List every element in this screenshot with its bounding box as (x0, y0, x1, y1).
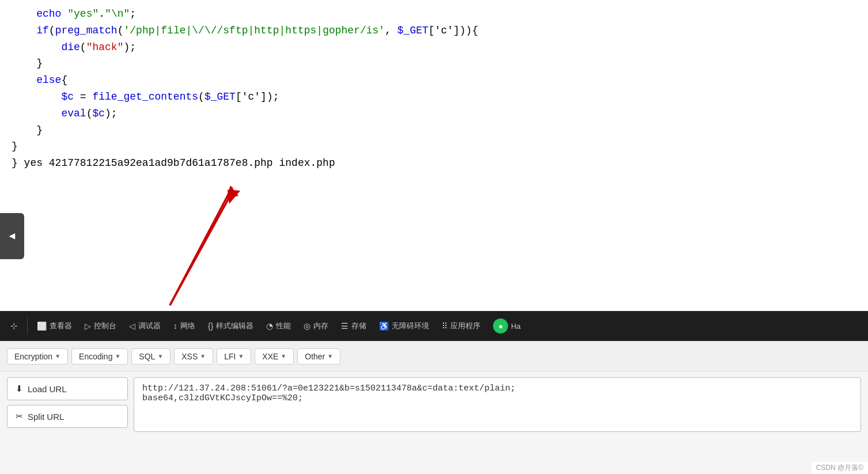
devtools-style-editor-button[interactable]: {}样式编辑器 (202, 317, 259, 335)
sql-menu[interactable]: SQL▼ (131, 348, 170, 365)
encryption-menu[interactable]: Encryption▼ (7, 348, 68, 365)
storage-icon: ☰ (341, 321, 348, 331)
devtools-performance-button[interactable]: ◔性能 (260, 317, 297, 335)
toolbar-separator (27, 317, 28, 335)
svg-marker-3 (226, 185, 238, 199)
url-input[interactable]: http://121.37.24.208:51061/?a=0e123221&b… (134, 377, 861, 432)
xss-menu-label: XSS (181, 352, 198, 361)
code-line: else{ (12, 72, 856, 89)
lfi-menu-label: LFI (224, 352, 236, 361)
split-url-button[interactable]: ✂ Split URL (7, 405, 128, 428)
lfi-menu[interactable]: LFI▼ (217, 348, 251, 365)
style-editor-icon: {} (208, 321, 213, 331)
encryption-menu-label: Encryption (14, 352, 52, 361)
devtools-inspector-button[interactable]: ⬜查看器 (31, 317, 78, 335)
selector-tool[interactable]: ⊹ (5, 317, 24, 335)
memory-icon: ◎ (304, 321, 310, 331)
console-icon: ▷ (85, 321, 91, 331)
devtools-label: 样式编辑器 (216, 321, 253, 331)
devtools-debugger-button[interactable]: ◁调试器 (123, 317, 166, 335)
code-line: } (12, 122, 856, 139)
devtools-label: Ha (511, 322, 521, 331)
devtools-network-button[interactable]: ↕网络 (168, 317, 201, 335)
hackbar-menu-row: Encryption▼Encoding▼SQL▼XSS▼LFI▼XXE▼Othe… (0, 342, 868, 371)
performance-icon: ◔ (266, 321, 273, 331)
load-url-button[interactable]: ⬇ Load URL (7, 377, 128, 400)
devtools-console-button[interactable]: ▷控制台 (79, 317, 122, 335)
network-icon: ↕ (173, 321, 177, 331)
devtools-label: 调试器 (138, 321, 161, 331)
code-line: die("hack"); (12, 39, 856, 56)
devtools-storage-button[interactable]: ☰存储 (335, 317, 372, 335)
devtools-label: 网络 (180, 321, 195, 331)
load-icon: ⬇ (16, 384, 23, 394)
inspector-icon: ⬜ (37, 321, 47, 331)
devtools-label: 查看器 (50, 321, 72, 331)
svg-line-2 (170, 187, 232, 305)
devtools-application-button[interactable]: ⠿应用程序 (436, 317, 486, 335)
debugger-icon: ◁ (129, 321, 135, 331)
devtools-label: 无障碍环境 (392, 321, 429, 331)
dropdown-caret: ▼ (55, 353, 60, 359)
code-line: echo "yes"."\n"; (12, 6, 856, 22)
devtools-memory-button[interactable]: ◎内存 (298, 317, 334, 335)
sql-menu-label: SQL (139, 352, 155, 361)
devtools-label: 存储 (351, 321, 366, 331)
devtools-accessibility-button[interactable]: ♿无障碍环境 (373, 317, 435, 335)
encoding-menu-label: Encoding (79, 352, 112, 361)
hackbar-panel: Encryption▼Encoding▼SQL▼XSS▼LFI▼XXE▼Othe… (0, 341, 868, 474)
devtools-label: 内存 (313, 321, 328, 331)
code-line: } yes 42177812215a92ea1ad9b7d61a1787e8.p… (12, 155, 856, 172)
accessibility-icon: ♿ (379, 321, 389, 331)
chevron-left-icon: ◀ (9, 228, 16, 245)
devtools-hackbar-tab-button[interactable]: ●Ha (487, 315, 526, 337)
dropdown-caret: ▼ (238, 353, 244, 359)
collapse-button[interactable]: ◀ (0, 213, 24, 259)
encoding-menu[interactable]: Encoding▼ (71, 348, 128, 365)
xss-menu[interactable]: XSS▼ (174, 348, 213, 365)
dropdown-caret: ▼ (157, 353, 163, 359)
dropdown-caret: ▼ (115, 353, 120, 359)
dropdown-caret: ▼ (200, 353, 206, 359)
cursor-icon: ⊹ (10, 321, 18, 331)
xxe-menu[interactable]: XXE▼ (255, 348, 294, 365)
code-line: eval($c); (12, 105, 856, 122)
dropdown-caret: ▼ (327, 353, 333, 359)
svg-line-0 (170, 190, 233, 305)
dropdown-caret: ▼ (281, 353, 286, 359)
code-line: $c = file_get_contents($_GET['c']); (12, 89, 856, 105)
code-line: if(preg_match('/php|file|\/\//sftp|http|… (12, 22, 856, 39)
devtools-toolbar: ⊹ ⬜查看器▷控制台◁调试器↕网络{}样式编辑器◔性能◎内存☰存储♿无障碍环境⠿… (0, 311, 868, 341)
code-line: } (12, 55, 856, 72)
other-menu[interactable]: Other▼ (297, 348, 340, 365)
svg-marker-1 (221, 184, 240, 204)
xxe-menu-label: XXE (262, 352, 278, 361)
code-line: } (12, 138, 856, 155)
csdn-watermark: CSDN @月落© (812, 462, 868, 474)
devtools-label: 性能 (276, 321, 291, 331)
application-icon: ⠿ (442, 321, 448, 331)
devtools-label: 控制台 (94, 321, 116, 331)
split-icon: ✂ (16, 411, 23, 422)
devtools-label: 应用程序 (450, 321, 480, 331)
other-menu-label: Other (305, 352, 325, 361)
hackbar-icon: ● (493, 318, 508, 333)
